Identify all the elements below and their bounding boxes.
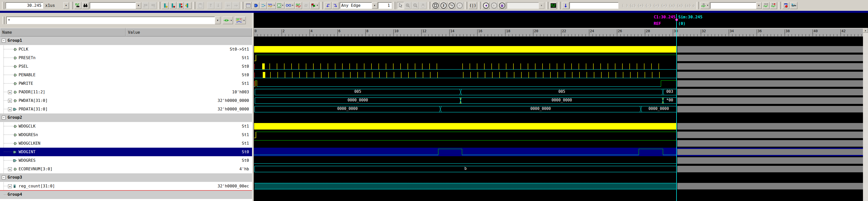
view-source-button[interactable]: ▼ [285, 2, 294, 9]
find-next-button[interactable] [150, 2, 157, 9]
signal-name[interactable]: WDOGCLKEN [19, 141, 40, 146]
edge-type-combo[interactable]: Any Edge▼ [340, 2, 377, 9]
log-button[interactable] [782, 2, 789, 9]
database-button[interactable] [252, 2, 259, 9]
panel-splitter[interactable] [252, 13, 254, 201]
waveform-area[interactable]: C1:30.245REF Sim:30.245(0) 0246810121416… [254, 13, 868, 201]
next-x-value-button[interactable] [177, 2, 184, 9]
chevron-down-icon[interactable]: ▼ [372, 2, 377, 9]
group-row-group1[interactable]: −Group1 [0, 36, 252, 45]
next-value-change-button[interactable] [162, 2, 169, 9]
compare-waves-button[interactable] [295, 2, 302, 9]
expand-icon[interactable]: + [8, 90, 12, 94]
scroll-up-button[interactable]: ▲ [863, 28, 868, 33]
signal-row-penable[interactable]: PENABLESt0 [0, 71, 252, 79]
signal-name[interactable]: WDOGRESn [19, 132, 38, 137]
time-unit-combo-value[interactable]: x1us [44, 2, 63, 9]
chevron-down-icon[interactable]: ▼ [63, 2, 69, 9]
zoom-fit-button[interactable] [432, 2, 439, 9]
find-combo-value[interactable] [90, 2, 136, 9]
signal-name[interactable]: PWRITE [19, 81, 33, 86]
goto-field[interactable] [569, 2, 618, 9]
signal-name[interactable]: PENABLE [19, 73, 35, 77]
restore-signal-button[interactable] [763, 2, 770, 9]
pane-collapse-button[interactable]: ▼ [223, 17, 233, 24]
back-button[interactable]: ⇐ [225, 2, 232, 9]
signal-name[interactable]: WDOGCLK [19, 124, 35, 128]
signal-row-psel[interactable]: PSELSt0 [0, 62, 252, 71]
signal-name[interactable]: reg_count[31:0] [19, 184, 55, 189]
delete-signal-button[interactable] [770, 2, 777, 9]
column-header-name[interactable]: Name [0, 28, 126, 36]
waveform-style-button[interactable]: ▼ [268, 2, 276, 9]
time-cursor-handle[interactable] [675, 18, 678, 21]
next-edge-button[interactable] [332, 2, 339, 9]
expand-icon[interactable]: + [8, 108, 12, 111]
prev-value-change-button[interactable] [169, 2, 177, 9]
search-signal-button[interactable] [74, 2, 82, 9]
signal-row-pclk[interactable]: PCLKSt0->St1 [0, 45, 252, 54]
expand-icon[interactable]: + [8, 99, 12, 103]
probe-button[interactable]: ▼ [701, 2, 709, 9]
pan-button[interactable] [420, 2, 427, 9]
signal-row-wdogclk[interactable]: WDOGCLKSt1 [0, 122, 252, 131]
zoom-x2-button[interactable]: 2 [440, 2, 447, 9]
wave-display-config-button[interactable]: ▼ [235, 17, 246, 24]
report-button[interactable] [245, 2, 252, 9]
signal-name[interactable]: WDOGINT [19, 149, 35, 154]
edge-type-combo-value[interactable]: Any Edge [340, 2, 372, 9]
expand-icon[interactable]: + [8, 184, 12, 188]
time-unit-combo[interactable]: x1us▼ [44, 2, 69, 9]
signal-name[interactable]: PRDATA[31:0] [19, 107, 48, 111]
goto-button[interactable]: ↓ [562, 2, 569, 9]
zoom-out-button[interactable] [412, 2, 419, 9]
markers-button[interactable]: ▼ [310, 2, 319, 9]
value-pair-button[interactable] [184, 2, 191, 9]
chevron-down-icon[interactable]: ▼ [756, 2, 762, 9]
view-combo[interactable]: ▼ [507, 2, 544, 9]
signal-row-wdogclken[interactable]: WDOGCLKENSt1 [0, 139, 252, 148]
uvm-button[interactable]: ↻UVM [790, 2, 797, 9]
previous-edge-button[interactable] [324, 2, 332, 9]
find-previous-button[interactable] [142, 2, 149, 9]
collapse-icon[interactable]: − [2, 39, 5, 42]
signal-row-pwrite[interactable]: PWRITESt1 [0, 79, 252, 88]
collapse-icon[interactable]: − [2, 176, 5, 179]
select-tool-button[interactable] [397, 2, 404, 9]
group-row-group3[interactable]: −Group3 [0, 173, 252, 182]
signal-name[interactable]: PWDATA[31:0] [19, 98, 48, 103]
move-up-button[interactable]: ⇑ [207, 2, 214, 9]
next-view-button[interactable]: ▶ [490, 2, 498, 9]
signal-name[interactable]: PCLK [19, 47, 28, 52]
view-combo-value[interactable] [507, 2, 539, 9]
previous-view-button[interactable]: ◀ [482, 2, 490, 9]
signal-row-reg_count310[interactable]: +reg_count[31:0]32'h0000_00ec [0, 182, 252, 191]
probe-combo[interactable]: ▼ [710, 2, 762, 9]
signal-filter-combo[interactable]: * ▼ [6, 17, 220, 24]
waveform-canvas[interactable]: 0050050030000_00000000_0000*000000_00000… [254, 36, 863, 201]
erase-button[interactable] [303, 2, 310, 9]
chevron-down-icon[interactable]: ▼ [215, 17, 220, 24]
zoom-half-button[interactable]: ½ [448, 2, 455, 9]
move-down-button[interactable]: ⇓ [215, 2, 222, 9]
column-header-value[interactable]: Value [126, 28, 252, 36]
forward-button[interactable]: ⇒ [232, 2, 240, 9]
signal-row-ecorevnum30[interactable]: +ECOREVNUM[3:0]4'hb [0, 165, 252, 173]
signal-name[interactable]: ECOREVNUM[3:0] [19, 167, 53, 171]
signal-row-paddr112[interactable]: +PADDR[11:2]10'h003 [0, 88, 252, 96]
probe-combo-value[interactable] [710, 2, 756, 9]
signal-row-prdata310[interactable]: +PRDATA[31:0]32'h0000_0000 [0, 105, 252, 113]
signal-name[interactable]: WDOGRES [19, 158, 35, 163]
zoom-in-button[interactable] [404, 2, 411, 9]
signal-name[interactable]: PRESETn [19, 55, 35, 60]
time-cursor-line[interactable] [676, 14, 677, 201]
chevron-down-icon[interactable]: ▼ [136, 2, 141, 9]
zoom-full-range-button[interactable]: (|) [469, 2, 477, 9]
grid-view-button[interactable]: ▦ [498, 2, 506, 9]
time-value-field[interactable]: 30.245 [5, 2, 43, 9]
group-row-group2[interactable]: −Group2 [0, 113, 252, 122]
signal-row-wdogresn[interactable]: WDOGRESnSt1 [0, 131, 252, 139]
find-button[interactable] [82, 2, 89, 9]
signal-row-wdogint[interactable]: WDOGINTSt0 [0, 148, 252, 156]
time-ruler[interactable]: 024681012141618202224262830323436384042 [254, 28, 863, 36]
